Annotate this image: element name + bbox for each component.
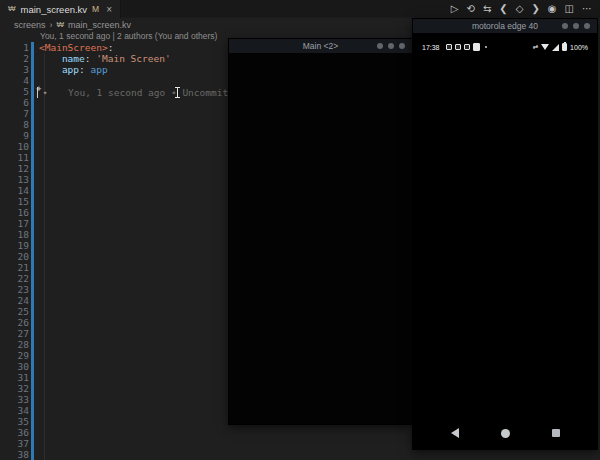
recents-icon[interactable] (552, 429, 560, 437)
kivy-window-titlebar[interactable]: Main <2> (229, 39, 412, 53)
tab-label: main_screen.kv (21, 4, 88, 15)
line-number: 14 (0, 185, 29, 196)
kivy-app-window[interactable]: Main <2> (228, 38, 413, 425)
back-icon[interactable] (451, 428, 459, 438)
more-actions-icon[interactable]: ⋯ (582, 4, 592, 14)
line-number: 21 (0, 262, 29, 273)
line-number: 30 (0, 361, 29, 372)
chevron-right-icon: › (50, 20, 53, 30)
window-control-dot[interactable] (377, 43, 383, 49)
battery-icon (562, 43, 567, 51)
line-number: 26 (0, 317, 29, 328)
code-token-str: 'Main Screen' (96, 53, 170, 64)
code-token-key: app (62, 64, 79, 75)
line-number: 33 (0, 394, 29, 405)
line-number: 12 (0, 163, 29, 174)
kv-file-icon: ₩ (57, 21, 65, 29)
home-icon[interactable] (501, 429, 510, 438)
phone-window-titlebar[interactable]: motorola edge 40 (413, 19, 597, 33)
split-editor-icon[interactable]: ◫ (565, 4, 574, 14)
signal-icon (552, 44, 559, 51)
window-controls (562, 23, 590, 29)
notification-icon (473, 43, 480, 51)
code-line[interactable]: <MainScreen>: (39, 42, 113, 53)
line-number: 15 (0, 196, 29, 207)
phone-screen[interactable]: 17:38 ⇄ 100% (413, 33, 597, 450)
kv-file-icon: ₩ (8, 5, 16, 13)
notification-icon (455, 44, 461, 50)
line-number: 20 (0, 251, 29, 262)
run-or-debug-icon[interactable]: ◉ (548, 4, 557, 14)
android-nav-bar (413, 426, 597, 440)
line-number: 22 (0, 273, 29, 284)
previous-change-icon[interactable]: ❮ (499, 4, 507, 14)
line-number: 27 (0, 328, 29, 339)
wifi-icon (541, 44, 549, 50)
notification-icon (464, 44, 470, 50)
line-number: 9 (0, 130, 29, 141)
battery-percent-text: 100% (570, 44, 588, 51)
tab-bar: ₩ main_screen.kv M × ▷⟲⇆❮◇❯◉◫⋯ (0, 0, 600, 18)
line-number: 11 (0, 152, 29, 163)
line-number: 23 (0, 284, 29, 295)
code-token-tag: <MainScreen> (39, 42, 108, 53)
line-number: 29 (0, 350, 29, 361)
indent-guide (44, 53, 45, 460)
window-control-dot[interactable] (399, 43, 405, 49)
line-number: 18 (0, 229, 29, 240)
breadcrumb-folder[interactable]: screens (14, 20, 46, 30)
close-tab-icon[interactable]: × (106, 4, 112, 15)
notification-icon (446, 44, 452, 50)
line-number: 6 (0, 97, 29, 108)
line-number: 7 (0, 108, 29, 119)
line-number: 34 (0, 405, 29, 416)
code-token-val: app (91, 64, 108, 75)
next-change-icon[interactable]: ❯ (531, 4, 539, 14)
window-control-dot[interactable] (388, 43, 394, 49)
phone-mirror-window[interactable]: motorola edge 40 17:38 ⇄ 100% (412, 18, 598, 450)
line-number: 1 (0, 42, 29, 53)
code-token-plain (39, 53, 62, 64)
line-number: 3 (0, 64, 29, 75)
line-number: 2 (0, 53, 29, 64)
tab-main-screen-kv[interactable]: ₩ main_screen.kv M × (0, 0, 121, 18)
code-token-punc: : (108, 42, 114, 53)
vscode-screen: ₩ main_screen.kv M × ▷⟲⇆❮◇❯◉◫⋯ screens ›… (0, 0, 600, 460)
line-number: 10 (0, 141, 29, 152)
notification-overflow-dot (485, 46, 487, 48)
mobile-data-icon: ⇄ (533, 44, 538, 51)
window-control-dot[interactable] (573, 23, 579, 29)
code-line[interactable]: name: 'Main Screen' (39, 53, 171, 64)
gitlens-codelens[interactable]: You, 1 second ago | 2 authors (You and o… (40, 31, 217, 41)
run-icon[interactable]: ▷ (451, 4, 459, 14)
modified-badge: M (92, 4, 99, 14)
git-modified-gutter-bar (31, 42, 34, 460)
line-number: 36 (0, 427, 29, 438)
line-number: 19 (0, 240, 29, 251)
code-line[interactable]: app: app (39, 64, 108, 75)
android-status-bar: 17:38 ⇄ 100% (413, 41, 597, 53)
line-number: 13 (0, 174, 29, 185)
code-token-plain (39, 64, 62, 75)
line-number: 35 (0, 416, 29, 427)
line-number: 4 (0, 75, 29, 86)
breadcrumb-file[interactable]: main_screen.kv (68, 20, 131, 30)
window-controls (377, 43, 405, 49)
window-control-dot[interactable] (584, 23, 590, 29)
breadcrumb[interactable]: screens › ₩ main_screen.kv (14, 20, 131, 30)
status-icons: ⇄ 100% (533, 43, 588, 51)
open-changes-icon[interactable]: ⇆ (483, 4, 491, 14)
window-control-dot[interactable] (562, 23, 568, 29)
timeline-icon[interactable]: ⟲ (467, 4, 475, 14)
line-number: 31 (0, 372, 29, 383)
kivy-app-canvas[interactable] (229, 53, 412, 424)
line-number: 32 (0, 383, 29, 394)
editor-actions: ▷⟲⇆❮◇❯◉◫⋯ (451, 0, 592, 18)
line-number: 25 (0, 306, 29, 317)
text-caret (37, 87, 38, 98)
changes-icon[interactable]: ◇ (516, 4, 524, 14)
line-number: 17 (0, 218, 29, 229)
line-number: 37 (0, 438, 29, 449)
line-number: 8 (0, 119, 29, 130)
line-number: 24 (0, 295, 29, 306)
